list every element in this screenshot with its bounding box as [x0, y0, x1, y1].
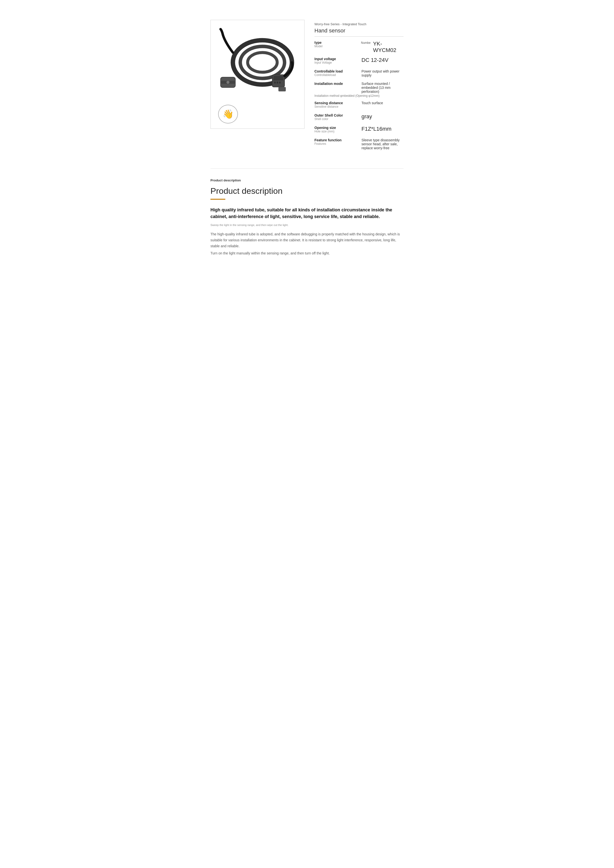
number-label: Numbe	[361, 41, 371, 45]
svg-rect-7	[274, 76, 284, 81]
type-label-primary: type	[315, 40, 359, 45]
color-label-primary: Outer Shell Color	[315, 113, 359, 117]
small-note: Sweep the light in the sensing range, an…	[211, 223, 403, 226]
feature-label-primary: Feature function	[315, 138, 359, 142]
install-label-secondary: Installation method φmbedded (Opening φ1…	[315, 94, 403, 98]
highlight-text: High quality infrared tube, suitable for…	[211, 207, 403, 220]
voltage-label-primary: Input voltage	[315, 57, 359, 61]
spec-row-color: Outer Shell Color Shell color gray	[315, 113, 403, 122]
section-divider	[211, 168, 403, 169]
svg-point-2	[248, 53, 277, 72]
svg-rect-11	[279, 87, 286, 91]
color-label-secondary: Shell color	[315, 117, 359, 121]
product-image-main	[216, 25, 299, 105]
series-label: Worry-free Series - Integrated Touch	[315, 22, 403, 26]
voltage-label-secondary: Input Voltage	[315, 61, 359, 64]
spec-row-opening: Opening size Hole size (mm) F1Z*L16mm	[315, 126, 403, 135]
spec-row-installation: Installation mode Surface mounted / embe…	[315, 82, 403, 98]
spec-row-sensing: Sensing distance Sensitive distance Touc…	[315, 101, 403, 110]
svg-rect-8	[274, 82, 276, 84]
type-value: YK-WYCM02	[371, 40, 403, 53]
svg-point-5	[226, 81, 229, 84]
body-text: The high-quality infrared tube is adopte…	[211, 231, 403, 256]
product-image-container: 👋	[211, 20, 304, 129]
opening-label-secondary: Hole size (mm)	[315, 130, 359, 133]
specs-section: Worry-free Series - Integrated Touch Han…	[315, 20, 403, 153]
voltage-value: DC 12-24V	[359, 57, 403, 64]
section-label: Product description	[211, 178, 403, 182]
install-value: Surface mounted / embedded (13 mm perfor…	[359, 82, 403, 93]
body-text-content: The high-quality infrared tube is adopte…	[211, 231, 403, 256]
section-title: Product description	[211, 186, 403, 196]
feature-value: Sleeve type disassembly sensor head, aft…	[359, 138, 403, 150]
accent-line	[211, 199, 225, 200]
load-value: Power output with power supply	[359, 69, 403, 77]
load-label-primary: Controllable load	[315, 69, 359, 73]
type-label-secondary: Model	[315, 45, 359, 48]
svg-rect-9	[277, 82, 278, 84]
sensing-label-secondary: Sensitive distance	[315, 105, 359, 108]
product-illustration	[216, 28, 299, 102]
spec-row-feature: Feature function Features Sleeve type di…	[315, 138, 403, 150]
spec-row-voltage: Input voltage Input Voltage DC 12-24V	[315, 57, 403, 66]
spec-row-type: type Model Numbe YK-WYCM02	[315, 40, 403, 53]
spec-row-load: Controllable load Controllableload Power…	[315, 69, 403, 78]
product-title: Hand sensor	[315, 28, 403, 37]
svg-rect-10	[279, 82, 281, 84]
opening-label-primary: Opening size	[315, 126, 359, 130]
hand-gesture-icon: 👋	[223, 109, 234, 119]
feature-label-secondary: Features	[315, 142, 359, 146]
install-label-primary: Installation mode	[315, 82, 359, 86]
touch-icon-thumb: 👋	[218, 105, 238, 124]
color-value: gray	[359, 113, 403, 120]
product-description-section: Product description Product description …	[211, 178, 403, 256]
sensing-label-primary: Sensing distance	[315, 101, 359, 105]
load-label-secondary: Controllableload	[315, 73, 359, 77]
opening-value: F1Z*L16mm	[359, 126, 403, 132]
sensing-value: Touch surface	[359, 101, 403, 105]
